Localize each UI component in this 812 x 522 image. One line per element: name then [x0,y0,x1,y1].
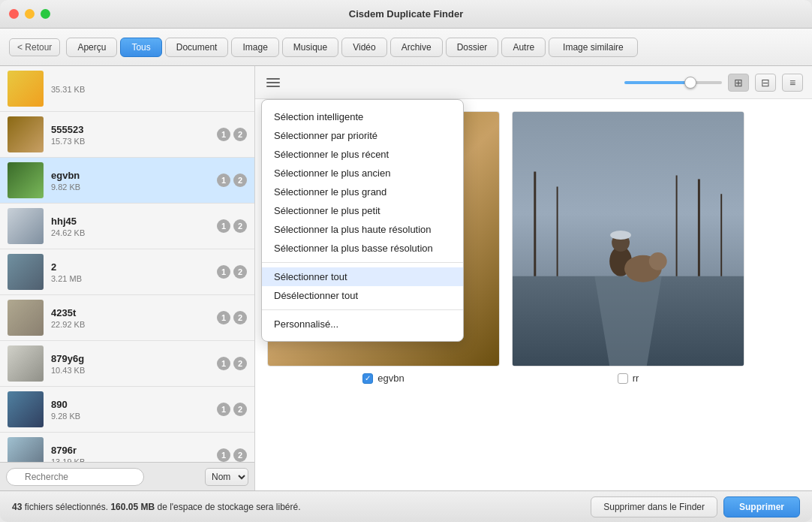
sidebar-thumb [8,208,44,244]
badge-2: 2 [233,357,247,370]
dropdown-item-par-priorite[interactable]: Sélectionner par priorité [262,126,463,145]
dropdown-item-personnalise[interactable]: Personnalisé... [262,315,463,333]
dropdown-item-deselectionner-tout[interactable]: Désélectionner tout [262,286,463,305]
sidebar-badges: 1 2 [217,311,247,324]
sidebar-badges: 1 2 [217,173,247,187]
svg-point-12 [649,252,667,270]
sidebar-badges: 1 2 [217,265,247,279]
tab-bar: Aperçu Tous Document Image Musique Vidéo… [66,38,637,57]
sidebar-thumb [8,391,44,427]
slider-wrapper [624,81,722,84]
delete-button[interactable]: Supprimer [723,496,800,517]
tab-archive[interactable]: Archive [390,38,443,57]
sidebar-bottom: 🔍 Nom Taille Date [0,462,255,490]
dropdown-item-basse-resolution[interactable]: Sélectionner la plus basse résolution [262,239,463,258]
image-cell: rr [512,111,744,478]
sidebar-item[interactable]: 4235t 22.92 KB 1 2 [0,295,254,341]
tab-video[interactable]: Vidéo [341,38,386,57]
sidebar-badges: 1 2 [217,357,247,370]
tab-autre[interactable]: Autre [501,38,546,57]
sidebar-item[interactable]: hhj45 24.62 KB 1 2 [0,204,254,249]
dropdown-section-1: Sélection intelligente Sélectionner par … [262,104,463,261]
badge-2: 2 [233,128,247,141]
sidebar-thumb [8,300,44,336]
sidebar-thumb [8,254,44,290]
svg-point-10 [610,231,631,240]
content-toolbar: Sélection intelligente Sélectionner par … [255,66,812,99]
back-button[interactable]: Retour [9,38,60,56]
sidebar-item-size: 35.31 KB [51,85,247,94]
search-input[interactable] [6,468,144,486]
tab-apercu[interactable]: Aperçu [66,38,117,57]
tab-image-similaire[interactable]: Image similaire [549,38,638,57]
close-button[interactable] [9,9,19,19]
tab-document[interactable]: Document [165,38,229,57]
view-columns-button[interactable]: ⊟ [755,74,776,92]
badge-1: 1 [217,403,230,416]
badge-2: 2 [233,265,247,279]
badge-1: 1 [217,173,230,187]
dropdown-item-plus-grand[interactable]: Sélectionner le plus grand [262,183,463,201]
image-checkbox-egvbn[interactable] [362,373,373,384]
sidebar-thumb [8,345,44,382]
sort-select[interactable]: Nom Taille Date [205,468,248,486]
badge-1: 1 [217,311,230,324]
sidebar-item[interactable]: 879y6g 10.43 KB 1 2 [0,341,254,387]
action-buttons: Supprimer dans le Finder Supprimer [591,496,800,517]
maximize-button[interactable] [41,9,50,19]
badge-1: 1 [217,265,230,279]
dropdown-section-2: Sélectionner tout Désélectionner tout [262,262,463,308]
image-box-rr [512,111,744,367]
sidebar-item[interactable]: 890 9.28 KB 1 2 [0,387,254,433]
tab-image[interactable]: Image [231,38,278,57]
badge-1: 1 [217,448,230,462]
dropdown-item-plus-petit[interactable]: Sélectionner le plus petit [262,201,463,220]
dropdown-item-plus-recent[interactable]: Sélectionner le plus récent [262,145,463,164]
badge-2: 2 [233,311,247,324]
sidebar-thumb [8,116,44,152]
main-layout: 35.31 KB 555523 15.73 KB 1 2 egvbn 9.82 … [0,66,812,490]
badge-2: 2 [233,448,247,462]
menu-line [266,82,280,83]
menu-line [266,78,280,80]
tab-musique[interactable]: Musique [282,38,338,57]
dropdown-menu: Sélection intelligente Sélectionner par … [261,99,464,342]
badge-1: 1 [217,219,230,233]
selection-menu-button[interactable] [264,74,282,92]
badge-2: 2 [233,219,247,233]
sidebar-thumb [8,162,44,198]
dropdown-item-selectionner-tout[interactable]: Sélectionner tout [262,267,463,286]
image-checkbox-rr[interactable] [618,373,628,384]
sidebar-item[interactable]: 35.31 KB [0,66,254,112]
view-grid-button[interactable]: ⊞ [728,74,749,92]
sidebar-item-info: 35.31 KB [51,83,247,94]
sidebar-item[interactable]: egvbn 9.82 KB 1 2 [0,158,254,204]
sidebar-badges: 1 2 [217,448,247,462]
statusbar: 43 fichiers sélectionnés. 160.05 MB de l… [0,490,812,522]
badge-1: 1 [217,128,230,141]
child-dog-svg [513,112,744,366]
sidebar-item[interactable]: 2 3.21 MB 1 2 [0,249,254,295]
titlebar-buttons [9,9,50,19]
dropdown-item-haute-resolution[interactable]: Sélectionner la plus haute résolution [262,220,463,239]
badge-1: 1 [217,357,230,370]
sidebar-badges: 1 2 [217,219,247,233]
view-list-button[interactable]: ≡ [782,74,803,92]
badge-2: 2 [233,403,247,416]
tab-tous[interactable]: Tous [120,38,161,57]
zoom-slider[interactable] [624,81,722,84]
sidebar-thumb [8,71,44,107]
image-filename-rr: rr [633,373,639,384]
sidebar-item[interactable]: 555523 15.73 KB 1 2 [0,112,254,158]
dropdown-item-plus-ancien[interactable]: Sélectionner le plus ancien [262,164,463,183]
delete-in-finder-button[interactable]: Supprimer dans le Finder [591,496,717,517]
sidebar-badges: 1 2 [217,403,247,416]
dropdown-item-selection-intelligente[interactable]: Sélection intelligente [262,107,463,126]
image-label-rr: rr [618,373,639,384]
tab-dossier[interactable]: Dossier [446,38,499,57]
sidebar: 35.31 KB 555523 15.73 KB 1 2 egvbn 9.82 … [0,66,255,490]
minimize-button[interactable] [25,9,35,19]
dropdown-section-3: Personnalisé... [262,309,463,336]
app-title: Cisdem Duplicate Finder [349,8,463,20]
badge-2: 2 [233,173,247,187]
